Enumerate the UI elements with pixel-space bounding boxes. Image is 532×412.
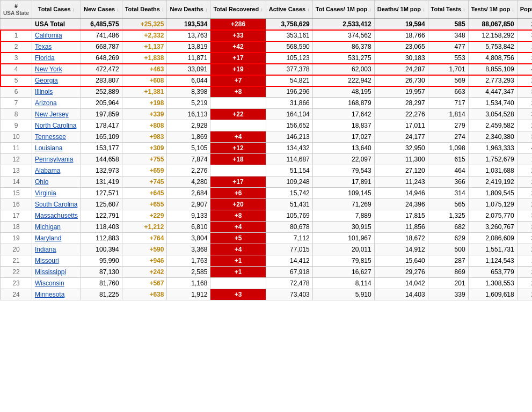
state-link[interactable]: Wisconsin xyxy=(35,279,64,287)
th-num[interactable]: # USA State xyxy=(1,1,32,19)
cell-total-recovered: 31,866 xyxy=(266,98,312,109)
cell-state[interactable]: Michigan xyxy=(32,222,81,233)
state-link[interactable]: California xyxy=(35,32,62,39)
sort-icon-tests-per1m[interactable]: ↕ xyxy=(512,7,514,12)
cell-total-cases: 132,973 xyxy=(81,165,122,176)
cell-state[interactable]: Tennessee xyxy=(32,131,81,143)
cell-state[interactable]: New Jersey xyxy=(32,109,81,120)
state-link[interactable]: Minnesota xyxy=(35,291,64,298)
cell-total-tests: 4,447,347 xyxy=(468,86,517,98)
cell-state[interactable]: Maryland xyxy=(32,233,81,244)
sort-icon-total-tests[interactable]: ↕ xyxy=(463,7,465,12)
sort-icon-active-cases[interactable]: ↕ xyxy=(307,7,310,12)
cell-total-tests: 2,459,582 xyxy=(468,120,517,131)
th-total-recovered[interactable]: Total Recovered ↕ xyxy=(210,1,266,19)
sort-icon-tot-cases-per1m[interactable]: ↕ xyxy=(369,7,371,12)
th-deaths-per1m[interactable]: Deaths/ 1M pop ↕ xyxy=(374,1,428,19)
cell-state[interactable]: Georgia xyxy=(32,75,81,86)
state-link[interactable]: South Carolina xyxy=(35,201,77,208)
th-tot-cases-per1m[interactable]: Tot Cases/ 1M pop ↕ xyxy=(312,1,374,19)
cell-new-deaths: +8 xyxy=(210,210,266,222)
cell-total-deaths: 13,763 xyxy=(167,30,210,41)
cell-total-deaths: 1,912 xyxy=(167,289,210,300)
sort-icon-total-deaths[interactable]: ↕ xyxy=(162,7,164,12)
table-row: 24 Minnesota 81,225 +638 1,912 +3 73,403… xyxy=(1,289,533,300)
cell-total-tests: 3,054,528 xyxy=(468,109,517,120)
table-row: 6 Illinois 252,889 +1,381 8,398 +8 196,2… xyxy=(1,86,533,98)
cell-state[interactable]: Alabama xyxy=(32,165,81,176)
cell-tot-cases-per1m: 18,766 xyxy=(374,30,428,41)
cell-state[interactable]: Indiana xyxy=(32,244,81,255)
cell-new-cases: +745 xyxy=(122,176,167,188)
cell-state[interactable]: Minnesota xyxy=(32,289,81,300)
th-total-tests[interactable]: Total Tests ↕ xyxy=(428,1,468,19)
cell-state[interactable]: Ohio xyxy=(32,176,81,188)
state-link[interactable]: Indiana xyxy=(35,246,56,253)
state-link[interactable]: Arizona xyxy=(35,99,57,107)
cell-state[interactable]: California xyxy=(32,30,81,41)
state-link[interactable]: Florida xyxy=(35,54,55,62)
cell-active-cases: 374,562 xyxy=(312,30,374,41)
state-link[interactable]: Pennsylvania xyxy=(35,156,73,163)
cell-total-cases: 178,417 xyxy=(81,120,122,131)
cell-state[interactable]: Illinois xyxy=(32,86,81,98)
table-row: 13 Alabama 132,973 +659 2,276 51,154 79,… xyxy=(1,165,533,176)
th-total-cases[interactable]: Total Cases ↕ xyxy=(32,1,81,19)
cell-state[interactable]: Wisconsin xyxy=(32,278,81,289)
cell-state[interactable]: Arizona xyxy=(32,98,81,109)
state-link[interactable]: Michigan xyxy=(35,223,61,231)
th-active-cases[interactable]: Active Cases ↕ xyxy=(266,1,312,19)
cell-state[interactable]: Louisiana xyxy=(32,143,81,154)
state-link[interactable]: Tennessee xyxy=(35,133,66,141)
cell-state[interactable]: South Carolina xyxy=(32,199,81,210)
th-new-cases[interactable]: New Cases ↕ xyxy=(81,1,122,19)
cell-state[interactable]: Pennsylvania xyxy=(32,154,81,165)
state-link[interactable]: North Carolina xyxy=(35,122,76,129)
cell-deaths-per1m: 339 xyxy=(428,289,468,300)
cell-new-cases: +1,137 xyxy=(122,41,167,53)
cell-total-tests: 3,260,767 xyxy=(468,222,517,233)
state-link[interactable]: Alabama xyxy=(35,167,60,174)
state-link[interactable]: Ohio xyxy=(35,178,48,186)
cell-tests-per1m: 342,703 xyxy=(517,131,532,143)
cell-tests-per1m: 301,163 xyxy=(517,210,532,222)
sort-icon-total-recovered[interactable]: ↕ xyxy=(260,7,263,12)
th-new-deaths[interactable]: New Deaths ↕ xyxy=(167,1,210,19)
cell-total-recovered: 114,687 xyxy=(266,154,312,165)
cell-state[interactable]: Massachusetts xyxy=(32,210,81,222)
state-link[interactable]: Virginia xyxy=(35,189,56,197)
covid-table: # USA State Total Cases ↕ New Cases ↕ To… xyxy=(0,0,532,300)
cell-total-recovered: 51,154 xyxy=(266,165,312,176)
cell-total-cases: 118,403 xyxy=(81,222,122,233)
sort-icon-new-deaths[interactable]: ↕ xyxy=(205,7,208,12)
cell-state[interactable]: North Carolina xyxy=(32,120,81,131)
state-link[interactable]: New Jersey xyxy=(35,111,69,118)
sort-icon-new-cases[interactable]: ↕ xyxy=(116,7,119,12)
state-link[interactable]: Illinois xyxy=(35,88,53,95)
state-link[interactable]: Georgia xyxy=(35,77,58,84)
state-link[interactable]: Mississippi xyxy=(35,268,66,276)
state-link[interactable]: Massachusetts xyxy=(35,212,78,219)
th-population[interactable]: Population ↕ xyxy=(517,1,532,19)
cell-tests-per1m: 285,412 xyxy=(517,289,532,300)
state-link[interactable]: Texas xyxy=(35,43,52,50)
sort-icon-total-cases[interactable]: ↕ xyxy=(72,7,75,12)
state-link[interactable]: Missouri xyxy=(35,257,59,264)
cell-state[interactable]: New York xyxy=(32,64,81,75)
cell-state[interactable]: Texas xyxy=(32,41,81,53)
cell-tot-cases-per1m: 14,042 xyxy=(374,278,428,289)
cell-total-recovered: 67,918 xyxy=(266,267,312,278)
sort-icon-deaths-per1m[interactable]: ↕ xyxy=(422,7,425,12)
cell-state[interactable]: Florida xyxy=(32,53,81,64)
state-link[interactable]: Louisiana xyxy=(35,144,62,152)
th-state-label: USA State xyxy=(3,10,29,17)
th-total-deaths[interactable]: Total Deaths ↕ xyxy=(122,1,167,19)
cell-state[interactable]: Virginia xyxy=(32,188,81,199)
total-row: USA Total 6,485,575 +25,325 193,534 +286… xyxy=(1,19,533,30)
cell-state[interactable]: Mississippi xyxy=(32,267,81,278)
cell-num: 24 xyxy=(1,289,32,300)
cell-state[interactable]: Missouri xyxy=(32,255,81,267)
state-link[interactable]: New York xyxy=(35,65,62,73)
state-link[interactable]: Maryland xyxy=(35,234,61,242)
th-tests-per1m[interactable]: Tests/ 1M pop ↕ xyxy=(468,1,517,19)
